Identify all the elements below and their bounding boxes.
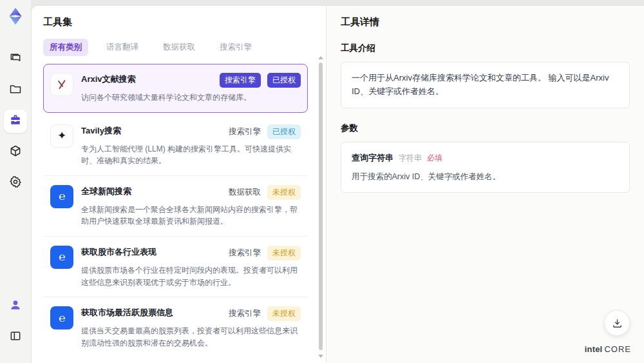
tab-2[interactable]: 数据获取 <box>156 39 202 56</box>
tool-auth-badge: 已授权 <box>267 73 301 88</box>
scrollbar[interactable] <box>318 56 323 358</box>
toolset-title: 工具集 <box>43 16 317 28</box>
tab-1[interactable]: 语言翻译 <box>100 39 145 56</box>
tool-auth-badge: 未授权 <box>267 306 301 321</box>
param-box: 查询字符串 字符串 必填 用于搜索的Arxiv ID、关键字或作者姓名。 <box>341 142 630 193</box>
tool-category-badge: 搜索引擎 <box>229 248 261 259</box>
cube-icon <box>9 144 22 160</box>
category-tabs: 所有类别语言翻译数据获取搜索引擎 <box>43 39 317 56</box>
tool-name: 获取市场最活跃股票信息 <box>81 306 222 319</box>
tool-name: 获取股市各行业表现 <box>81 246 222 258</box>
sidebar-item-folder[interactable] <box>4 79 27 102</box>
tool-icon-tavily: ✦ <box>50 124 73 148</box>
sidebar-item-panel-toggle[interactable] <box>4 326 27 349</box>
tool-name: Arxiv文献搜索 <box>81 73 213 85</box>
app-window: 工具集 所有类别语言翻译数据获取搜索引擎 Arxiv文献搜索搜索引擎已授权访问各… <box>0 0 644 363</box>
sidebar-rail <box>0 0 31 363</box>
tool-row-0[interactable]: Arxiv文献搜索搜索引擎已授权访问各个研究领域大量科学论文和文章的存储库。 <box>43 64 308 113</box>
tool-icon-news: ℮ <box>50 306 73 329</box>
tool-desc: 提供当天交易量最高的股票列表，投资者可以利用这些信息来识别流动性强的股票和潜在的… <box>81 325 301 349</box>
param-type: 字符串 <box>399 152 422 164</box>
tab-3[interactable]: 搜索引擎 <box>213 39 258 56</box>
sidebar-item-settings[interactable] <box>4 172 27 195</box>
tool-category-badge: 搜索引擎 <box>229 308 261 319</box>
tool-name: 全球新闻搜索 <box>81 185 222 197</box>
tool-category-badge: 数据获取 <box>229 187 261 198</box>
tool-desc: 全球新闻搜索是一个聚合全球各大新闻网站内容的搜索引擎，帮助用户快速获取全球最新资… <box>81 204 301 228</box>
tool-auth-badge: 已授权 <box>267 124 301 139</box>
main-card: 工具集 所有类别语言翻译数据获取搜索引擎 Arxiv文献搜索搜索引擎已授权访问各… <box>31 5 644 363</box>
sidebar-item-chat[interactable] <box>4 48 27 71</box>
tool-category-badge: 搜索引擎 <box>229 126 261 137</box>
settings-icon <box>9 175 22 191</box>
rail-nav <box>4 48 27 202</box>
sidebar-item-cube[interactable] <box>4 141 27 164</box>
scroll-down-icon[interactable] <box>318 355 323 358</box>
tool-row-1[interactable]: ✦Tavily搜索搜索引擎已授权专为人工智能代理 (LLM) 构建的搜索引擎工具… <box>43 115 308 176</box>
core-wordmark: CORE <box>604 344 631 354</box>
intro-text: 一个用于从Arxiv存储库搜索科学论文和文章的工具。 输入可以是Arxiv ID… <box>352 73 609 96</box>
sidebar-item-user[interactable] <box>4 295 27 318</box>
tool-list: Arxiv文献搜索搜索引擎已授权访问各个研究领域大量科学论文和文章的存储库。✦T… <box>43 64 317 353</box>
intel-wordmark: intel <box>585 344 603 354</box>
tool-icon-blue-e: ℮ <box>50 185 73 208</box>
tool-row-2[interactable]: ℮全球新闻搜索数据获取未授权全球新闻搜索是一个聚合全球各大新闻网站内容的搜索引擎… <box>43 176 308 237</box>
tool-row-3[interactable]: ℮获取股市各行业表现搜索引擎未授权提供股票市场各个行业在特定时间段内的表现。投资… <box>43 237 308 297</box>
tool-icon-blue-e: ℮ <box>50 246 73 269</box>
tool-auth-badge: 未授权 <box>267 246 301 260</box>
user-icon <box>9 299 22 314</box>
tool-row-4[interactable]: ℮获取市场最活跃股票信息搜索引擎未授权提供当天交易量最高的股票列表，投资者可以利… <box>43 297 308 353</box>
tool-desc: 提供股票市场各个行业在特定时间段内的表现。投资者可以利用这些信息来识别表现优于或… <box>81 264 301 288</box>
scroll-up-icon[interactable] <box>318 56 323 59</box>
app-logo[interactable] <box>6 6 25 26</box>
detail-pane: 工具详情 工具介绍 一个用于从Arxiv存储库搜索科学论文和文章的工具。 输入可… <box>326 6 644 363</box>
intro-heading: 工具介绍 <box>341 43 630 54</box>
tool-category-badge: 搜索引擎 <box>220 73 261 88</box>
scrollbar-thumb[interactable] <box>319 63 323 350</box>
tool-auth-badge: 未授权 <box>267 185 301 200</box>
tool-desc: 专为人工智能代理 (LLM) 构建的搜索引擎工具。可快速提供实时、准确和真实的结… <box>81 143 301 167</box>
detail-title: 工具详情 <box>341 16 630 28</box>
tab-0[interactable]: 所有类别 <box>43 39 88 56</box>
intel-core-logo: intelCORE <box>585 344 631 354</box>
folder-icon <box>9 83 22 98</box>
param-name: 查询字符串 <box>352 152 393 165</box>
download-button[interactable] <box>604 310 630 336</box>
intro-box: 一个用于从Arxiv存储库搜索科学论文和文章的工具。 输入可以是Arxiv ID… <box>341 62 630 108</box>
toolbox-icon <box>9 113 22 129</box>
param-required-flag: 必填 <box>427 152 442 164</box>
rail-bottom <box>4 295 27 357</box>
panel-toggle-icon <box>9 329 22 345</box>
tool-icon-arxiv <box>50 73 73 96</box>
toolset-pane: 工具集 所有类别语言翻译数据获取搜索引擎 Arxiv文献搜索搜索引擎已授权访问各… <box>32 6 326 363</box>
tool-desc: 访问各个研究领域大量科学论文和文章的存储库。 <box>81 92 301 104</box>
sidebar-item-toolbox[interactable] <box>4 110 27 133</box>
params-heading: 参数 <box>341 123 630 134</box>
param-desc: 用于搜索的Arxiv ID、关键字或作者姓名。 <box>352 170 619 183</box>
chat-icon <box>9 52 22 67</box>
tool-name: Tavily搜索 <box>81 124 222 137</box>
